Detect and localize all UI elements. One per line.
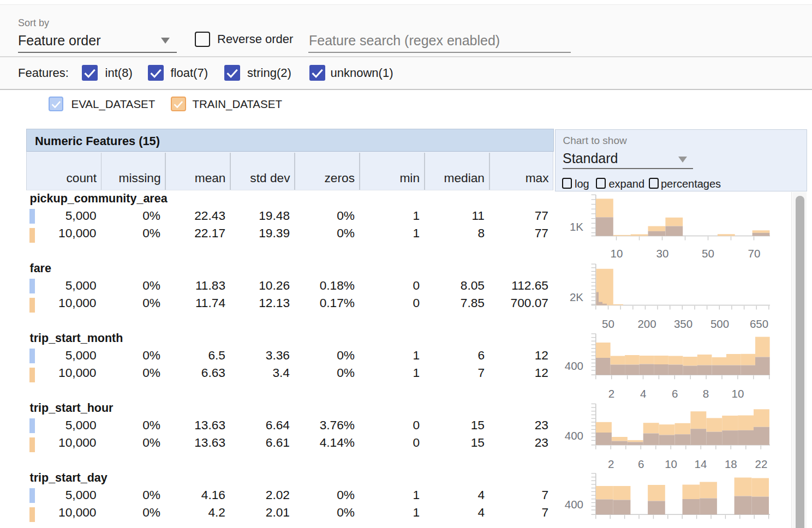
svg-text:1K: 1K — [570, 220, 583, 233]
svg-text:2: 2 — [608, 387, 614, 400]
svg-text:50: 50 — [602, 317, 614, 330]
svg-text:2: 2 — [608, 458, 614, 470]
svg-text:6: 6 — [638, 458, 644, 470]
svg-text:200: 200 — [637, 317, 656, 330]
svg-text:30: 30 — [656, 247, 669, 260]
svg-text:500: 500 — [710, 317, 729, 330]
svg-text:22: 22 — [755, 458, 767, 470]
svg-text:350: 350 — [674, 317, 692, 330]
svg-text:50: 50 — [702, 247, 714, 260]
svg-text:10: 10 — [611, 247, 623, 260]
svg-text:400: 400 — [565, 429, 583, 442]
svg-text:10: 10 — [732, 387, 744, 400]
svg-text:6: 6 — [672, 387, 678, 400]
svg-text:8: 8 — [703, 387, 709, 400]
svg-text:2K: 2K — [570, 291, 583, 303]
svg-text:400: 400 — [565, 359, 583, 372]
svg-text:400: 400 — [565, 498, 583, 511]
svg-text:18: 18 — [725, 458, 737, 470]
svg-text:14: 14 — [695, 458, 707, 470]
svg-text:650: 650 — [750, 317, 768, 330]
svg-text:70: 70 — [748, 247, 761, 260]
svg-text:4: 4 — [640, 387, 646, 400]
svg-text:10: 10 — [665, 458, 677, 470]
